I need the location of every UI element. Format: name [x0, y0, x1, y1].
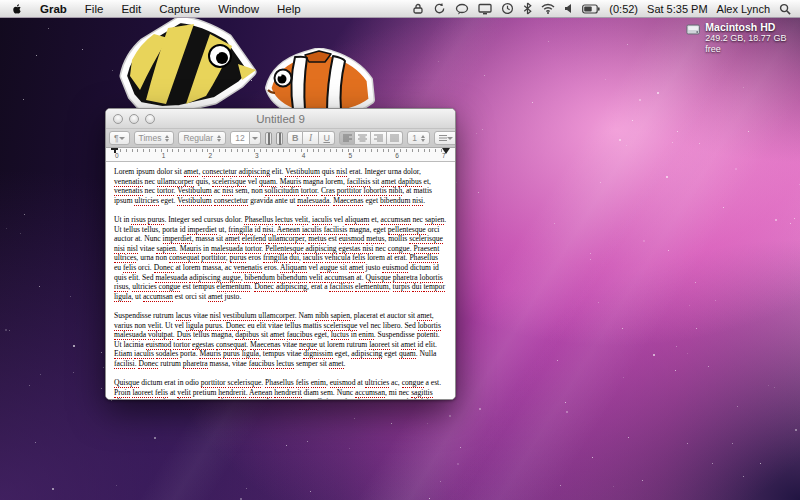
- menu-help[interactable]: Help: [268, 0, 310, 18]
- battery-time[interactable]: (0:52): [609, 3, 638, 15]
- misspelled-word: adipiscing: [305, 244, 336, 254]
- title-bar[interactable]: Untitled 9: [106, 109, 455, 129]
- misspelled-word: euismod: [146, 340, 172, 350]
- wifi-icon[interactable]: [541, 3, 555, 14]
- stepper-icon: [165, 135, 169, 142]
- misspelled-word: facilisis: [329, 282, 353, 292]
- misspelled-word: dui: [412, 282, 422, 292]
- misspelled-word: malesuada: [155, 273, 187, 283]
- misspelled-word: accumsan: [355, 388, 385, 398]
- misspelled-word: risus: [131, 215, 145, 225]
- misspelled-word: ultrices: [114, 253, 136, 263]
- misspelled-word: sapien: [156, 244, 175, 254]
- keychain-lock-icon[interactable]: [412, 3, 424, 15]
- time-machine-icon[interactable]: [501, 2, 514, 15]
- misspelled-word: augue: [295, 397, 313, 399]
- misspelled-word: congue: [402, 378, 424, 388]
- misspelled-word: nisi: [222, 186, 233, 196]
- misspelled-word: metus: [366, 234, 384, 244]
- misspelled-word: imperdiet: [163, 234, 192, 244]
- align-justify-button[interactable]: [387, 131, 403, 145]
- italic-button[interactable]: I: [303, 131, 319, 145]
- font-size-value: 12: [230, 131, 250, 145]
- font-typeface-select[interactable]: Regular: [178, 131, 226, 145]
- text-style-group: B I U: [287, 131, 335, 145]
- misspelled-word: Donec: [154, 263, 174, 273]
- misspelled-word: bibendum: [380, 196, 410, 206]
- chevron-down-icon: [250, 131, 261, 145]
- misspelled-word: scelerisque: [228, 378, 262, 388]
- align-right-button[interactable]: [371, 131, 387, 145]
- misspelled-word: euismod: [339, 234, 365, 244]
- bluetooth-icon[interactable]: [523, 2, 532, 15]
- misspelled-word: Quisque: [114, 378, 139, 388]
- misspelled-word: iaculis: [134, 349, 154, 359]
- menu-capture[interactable]: Capture: [150, 0, 209, 18]
- misspelled-word: amet: [401, 340, 416, 350]
- bold-button[interactable]: B: [287, 131, 303, 145]
- align-center-button[interactable]: [355, 131, 371, 145]
- ruler-unit-label: 1: [162, 152, 166, 159]
- misspelled-word: malesuada: [211, 244, 243, 254]
- misspelled-word: Proin: [114, 388, 130, 398]
- displays-icon[interactable]: [478, 3, 492, 15]
- misspelled-word: ligula: [114, 292, 131, 302]
- menu-file[interactable]: File: [76, 0, 113, 18]
- battery-icon[interactable]: [582, 4, 600, 14]
- misspelled-word: amet: [349, 263, 364, 273]
- misspelled-word: felis: [123, 263, 136, 273]
- align-left-button[interactable]: [339, 131, 355, 145]
- misspelled-word: felis: [352, 253, 365, 263]
- ruler-unit-label: 5: [349, 152, 353, 159]
- document-text-area[interactable]: Lorem ipsum dolor sit amet, consectetur …: [106, 162, 455, 399]
- line-spacing-select[interactable]: 1: [407, 131, 430, 145]
- misspelled-word: volutpat: [148, 330, 173, 340]
- misspelled-word: euismod: [330, 378, 356, 388]
- misspelled-word: malesuada: [114, 330, 146, 340]
- misspelled-word: tortor: [157, 186, 173, 196]
- ichat-bubble-icon[interactable]: [455, 3, 469, 15]
- misspelled-word: amet: [208, 292, 223, 302]
- spotlight-icon[interactable]: [779, 3, 791, 15]
- menu-window[interactable]: Window: [209, 0, 268, 18]
- menu-edit[interactable]: Edit: [112, 0, 150, 18]
- menu-bar: Grab File Edit Capture Window Help: [0, 0, 800, 18]
- font-size-combo[interactable]: 12: [230, 131, 261, 145]
- font-family-select[interactable]: Times: [134, 131, 175, 145]
- highlight-color-well[interactable]: [276, 132, 283, 145]
- sync-icon[interactable]: [433, 2, 446, 15]
- fast-user-switch[interactable]: Alex Lynch: [717, 3, 770, 15]
- desktop-item-macintosh-hd[interactable]: Macintosh HD 249.2 GB, 18.77 GB free: [686, 21, 800, 55]
- misspelled-word: ligula: [242, 349, 259, 359]
- misspelled-word: augue: [222, 273, 240, 283]
- misspelled-word: vestibulum: [223, 311, 257, 321]
- text-color-well[interactable]: [265, 132, 272, 145]
- drive-name: Macintosh HD: [705, 21, 800, 33]
- misspelled-word: imperdiet: [187, 225, 216, 235]
- misspelled-word: sapien: [153, 397, 172, 399]
- misspelled-word: venenatis: [114, 186, 143, 196]
- stepper-icon: [217, 135, 221, 142]
- styles-dropdown[interactable]: ¶: [109, 131, 130, 145]
- apple-menu[interactable]: [0, 2, 31, 16]
- misspelled-word: Mauris: [180, 244, 202, 254]
- misspelled-word: facilisi: [114, 359, 135, 369]
- hard-drive-icon: [686, 23, 700, 36]
- list-style-select[interactable]: [434, 131, 456, 145]
- misspelled-word: dapibus: [235, 330, 259, 340]
- volume-icon[interactable]: [564, 3, 573, 14]
- align-right-icon: [374, 134, 383, 142]
- misspelled-word: accumsan: [324, 273, 354, 283]
- format-toolbar: ¶ Times Regular 12 B I U: [106, 129, 455, 148]
- misspelled-word: nibh: [389, 186, 403, 196]
- ruler[interactable]: 01234567: [106, 148, 455, 162]
- indent-marker-right[interactable]: [442, 148, 450, 154]
- underline-button[interactable]: U: [319, 131, 335, 145]
- menu-clock[interactable]: Sat 5:35 PM: [647, 3, 708, 15]
- misspelled-word: tempor: [423, 282, 445, 292]
- chevron-down-icon: [119, 137, 125, 140]
- misspelled-word: amet: [381, 177, 396, 187]
- menu-grab[interactable]: Grab: [31, 0, 76, 18]
- misspelled-word: elementum: [217, 282, 251, 292]
- indent-marker-left[interactable]: [111, 148, 118, 153]
